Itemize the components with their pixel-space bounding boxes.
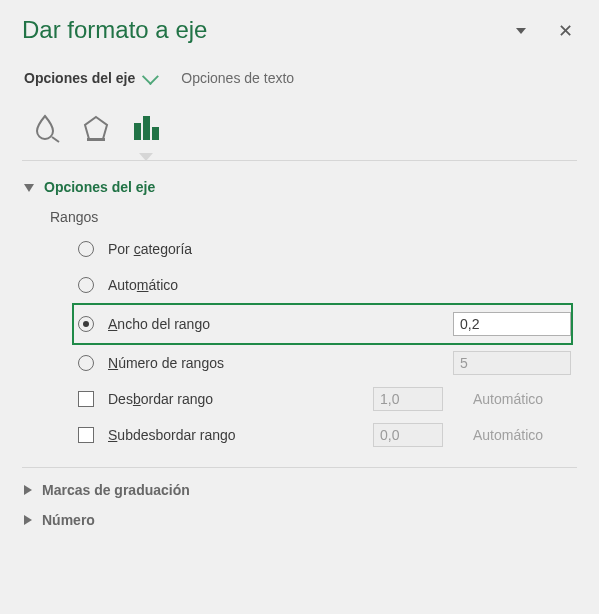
- radio-bin-width-label: Ancho del rango: [108, 316, 439, 332]
- section-tick-marks[interactable]: Marcas de graduación: [22, 482, 577, 498]
- overflow-input: [373, 387, 443, 411]
- underflow-auto-label: Automático: [473, 427, 571, 443]
- section-axis-options[interactable]: Opciones del eje: [22, 179, 577, 195]
- svg-rect-2: [87, 138, 105, 141]
- section-number[interactable]: Número: [22, 512, 577, 528]
- underflow-input: [373, 423, 443, 447]
- tab-axis-options[interactable]: Opciones del eje: [24, 70, 155, 86]
- expand-collapse-icon: [24, 184, 34, 192]
- check-underflow-label: Subdesbordar rango: [108, 427, 359, 443]
- svg-marker-1: [85, 117, 107, 139]
- radio-automatic[interactable]: Automático: [74, 267, 571, 303]
- radio-icon: [78, 355, 94, 371]
- svg-rect-3: [134, 123, 141, 140]
- num-bins-input: [453, 351, 571, 375]
- radio-icon: [78, 241, 94, 257]
- options-tabs: Opciones del eje Opciones de texto: [22, 70, 577, 86]
- check-overflow-label: Desbordar rango: [108, 391, 359, 407]
- section-number-title: Número: [42, 512, 95, 528]
- radio-icon: [78, 316, 94, 332]
- axis-options-icon[interactable]: [126, 108, 166, 148]
- chevron-down-icon: [142, 68, 159, 85]
- tab-text-options[interactable]: Opciones de texto: [181, 70, 294, 86]
- radio-automatic-label: Automático: [108, 277, 571, 293]
- divider: [22, 160, 577, 161]
- bin-width-input[interactable]: [453, 312, 571, 336]
- format-axis-pane: Dar formato a eje ✕ Opciones del eje Opc…: [0, 0, 599, 614]
- effects-icon[interactable]: [76, 108, 116, 148]
- checkbox-icon: [78, 427, 94, 443]
- section-axis-options-title: Opciones del eje: [44, 179, 155, 195]
- radio-num-bins-label: Número de rangos: [108, 355, 439, 371]
- expand-collapse-icon: [24, 515, 32, 525]
- radio-icon: [78, 277, 94, 293]
- pane-title-controls: ✕: [516, 22, 573, 40]
- fill-line-icon[interactable]: [26, 108, 66, 148]
- expand-collapse-icon: [24, 485, 32, 495]
- svg-rect-5: [152, 127, 159, 140]
- svg-line-0: [52, 137, 59, 142]
- check-underflow[interactable]: Subdesbordar rango Automático: [74, 417, 571, 453]
- task-pane-menu-icon[interactable]: [516, 28, 526, 34]
- collapsed-sections: Marcas de graduación Número: [22, 482, 577, 528]
- overflow-auto-label: Automático: [473, 391, 571, 407]
- section-tick-marks-title: Marcas de graduación: [42, 482, 190, 498]
- radio-num-bins[interactable]: Número de rangos: [74, 345, 571, 381]
- tab-text-options-label: Opciones de texto: [181, 70, 294, 86]
- pane-title: Dar formato a eje: [22, 16, 516, 44]
- pane-title-row: Dar formato a eje ✕: [22, 14, 577, 44]
- radio-by-category[interactable]: Por categoría: [74, 231, 571, 267]
- svg-rect-4: [143, 116, 150, 140]
- close-icon[interactable]: ✕: [558, 22, 573, 40]
- checkbox-icon: [78, 391, 94, 407]
- category-icons: [22, 108, 577, 148]
- divider: [22, 467, 577, 468]
- check-overflow[interactable]: Desbordar rango Automático: [74, 381, 571, 417]
- tab-axis-options-label: Opciones del eje: [24, 70, 135, 86]
- radio-by-category-label: Por categoría: [108, 241, 571, 257]
- bins-label: Rangos: [50, 209, 577, 225]
- radio-bin-width[interactable]: Ancho del rango: [72, 303, 573, 345]
